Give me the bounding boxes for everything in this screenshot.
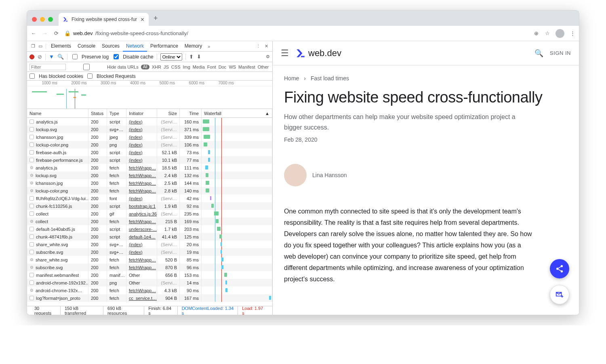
filter-type-font[interactable]: Font [207,65,216,69]
devtools-tab-performance[interactable]: Performance [147,41,181,52]
devtools-tab-sources[interactable]: Sources [99,41,123,52]
request-initiator[interactable]: fetchWrapp… [126,164,157,172]
col-status[interactable]: Status [88,109,107,117]
network-row[interactable]: flUhRq6tzZclQEJ-Vdg-Iui…200font(index)(S… [27,195,272,202]
hide-data-urls-checkbox[interactable] [68,64,105,70]
new-tab-button[interactable]: + [151,14,160,26]
col-size[interactable]: Size [157,109,180,117]
overflow-menu-icon[interactable]: ⋮ [569,30,576,36]
filter-type-css[interactable]: CSS [171,65,181,69]
bookmark-icon[interactable]: ☆ [544,30,551,36]
clear-button[interactable]: ⊘ [38,54,42,60]
share-fab[interactable] [550,259,569,278]
minimize-window-icon[interactable] [40,17,45,22]
network-row[interactable]: manifest.webmanifest200manif…Other656 B1… [27,271,272,279]
request-initiator[interactable]: cc_service.t… [126,294,157,302]
network-row[interactable]: subscribe.svg200svg+…(index)(Servi…19 ms [27,248,272,256]
devtools-tab-network[interactable]: Network [123,41,147,52]
throttling-select[interactable]: Online [160,53,182,61]
author-avatar[interactable] [284,164,307,186]
network-row[interactable]: chunk-fc110256.js200scriptbootstrap.js:1… [27,202,272,210]
filter-type-media[interactable]: Media [193,65,205,69]
col-initiator[interactable]: Initiator [126,109,157,117]
network-row[interactable]: ⚙lchansson.jpg200fetchfetchWrapp…2.5 kB1… [27,179,272,187]
export-har-icon[interactable]: ⬇ [197,54,201,60]
filter-type-all[interactable]: All [141,65,149,69]
blocked-requests-checkbox[interactable] [87,73,93,79]
filter-type-manifest[interactable]: Manifest [238,65,255,69]
disable-cache-checkbox[interactable] [114,54,119,59]
request-initiator[interactable]: fetchWrapp… [126,287,157,294]
col-waterfall[interactable]: Waterfall▲ [202,109,272,117]
request-initiator[interactable]: fetchWrapp… [126,218,157,225]
network-row[interactable]: ⚙analytics.js200fetchfetchWrapp…18.5 kB1… [27,164,272,172]
request-initiator[interactable]: (index) [126,126,157,133]
author-name[interactable]: Lina Hansson [312,172,347,178]
network-row[interactable]: ⚙lockup-color.png200fetchfetchWrapp…2.8 … [27,187,272,195]
inspect-icon[interactable]: ❐ [29,44,37,49]
devtools-tab-elements[interactable]: Elements [48,41,74,52]
network-row[interactable]: chunk-48741f6b.js200scriptdefault-1e4…41… [27,233,272,241]
request-initiator[interactable]: underscore-… [126,225,157,233]
forward-button[interactable]: → [42,30,48,36]
request-initiator[interactable]: fetchWrapp… [126,179,157,187]
search-icon[interactable]: 🔍 [534,49,543,58]
breadcrumb-item[interactable]: Home [284,75,299,82]
breadcrumb-item[interactable]: Fast load times [311,75,349,82]
col-type[interactable]: Type [107,109,126,117]
record-button[interactable] [29,54,34,59]
request-initiator[interactable]: fetchWrapp… [126,187,157,195]
request-initiator[interactable]: (index) [126,156,157,164]
site-logo[interactable]: web.dev [295,48,341,59]
filter-type-ws[interactable]: WS [229,65,236,69]
request-initiator[interactable]: (index) [126,149,157,156]
install-icon[interactable]: ⊕ [533,30,539,36]
col-name[interactable]: Name [27,109,88,117]
subscribe-fab[interactable] [550,285,569,304]
close-devtools-icon[interactable]: ✕ [265,44,268,49]
request-initiator[interactable]: (index) [126,248,157,256]
request-initiator[interactable]: Other [126,271,157,279]
profile-icon[interactable] [556,29,564,38]
device-toggle-icon[interactable]: ▭ [37,44,46,49]
request-initiator[interactable]: (index) [126,195,157,202]
maximize-window-icon[interactable] [48,17,53,22]
request-initiator[interactable]: Other [126,279,157,287]
filter-input[interactable] [29,64,66,70]
filter-type-other[interactable]: Other [258,65,269,69]
network-row[interactable]: collect200gifanalytics.js:36(Servi…235 m… [27,210,272,218]
network-row[interactable]: ⚙subscribe.svg200fetchfetchWrapp…870 B96… [27,264,272,271]
devtools-tab-console[interactable]: Console [74,41,99,52]
filter-toggle-icon[interactable]: ▼ [49,54,54,60]
network-row[interactable]: android-chrome-192x192.…200pngOther(Serv… [27,279,272,287]
reload-button[interactable]: ⟳ [53,30,59,36]
search-icon[interactable]: 🔍 [57,54,64,60]
col-time[interactable]: Time [180,109,202,117]
network-row[interactable]: lchansson.jpg200jpeg(index)(Servi…339 ms [27,133,272,141]
close-tab-icon[interactable]: ✕ [140,17,145,23]
back-button[interactable]: ← [30,30,37,36]
network-row[interactable]: lockup-color.png200png(index)(Servi…106 … [27,141,272,149]
settings-gear-icon[interactable]: ⚙ [266,54,270,59]
devtools-overflow-icon[interactable]: ⋮ [256,44,261,49]
sign-in-button[interactable]: SIGN IN [550,50,571,56]
browser-tab[interactable]: Fixing website speed cross-fur ✕ [59,13,149,26]
address-bar[interactable]: 🔒 web.dev/fixing-website-speed-cross-fun… [64,30,528,36]
network-row[interactable]: lockup.svg200svg+…(index)(Servi…371 ms [27,126,272,133]
request-initiator[interactable]: default-1e4… [126,233,157,241]
network-row[interactable]: log?format=json_proto200fetchcc_service.… [27,294,272,302]
devtools-tab-memory[interactable]: Memory [181,41,205,52]
filter-type-xhr[interactable]: XHR [152,65,161,69]
hamburger-menu-icon[interactable]: ☰ [281,48,289,59]
network-row[interactable]: share_white.svg200svg+…(index)(Servi…20 … [27,241,272,248]
filter-type-img[interactable]: Img [183,65,190,69]
filter-type-js[interactable]: JS [164,65,169,69]
request-initiator[interactable]: (index) [126,241,157,248]
import-har-icon[interactable]: ⬆ [189,54,194,60]
network-row[interactable]: analytics.js200script(index)(Servi…160 m… [27,118,272,126]
request-initiator[interactable]: (index) [126,141,157,149]
request-initiator[interactable]: fetchWrapp… [126,264,157,271]
request-initiator[interactable]: fetchWrapp… [126,172,157,179]
network-row[interactable]: firebase-performance.js200script(index)1… [27,156,272,164]
network-row[interactable]: ⚙lockup.svg200fetchfetchWrapp…2.4 kB132 … [27,172,272,179]
